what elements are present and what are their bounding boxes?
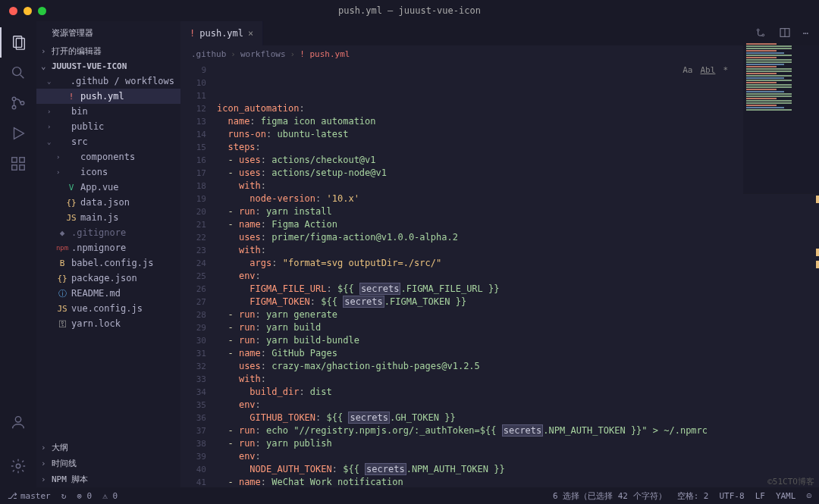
- titlebar: push.yml — juuust-vue-icon: [0, 0, 819, 21]
- tab-close-icon[interactable]: ×: [248, 28, 253, 39]
- file-type-icon: {}: [65, 198, 77, 208]
- encoding-info[interactable]: UTF-8: [720, 491, 745, 501]
- tree-item-label: components: [80, 152, 135, 162]
- chevron-icon: ›: [47, 123, 55, 130]
- open-editors-section[interactable]: ›打开的编辑器: [36, 43, 180, 59]
- timeline-label: 时间线: [52, 458, 77, 469]
- extensions-icon[interactable]: [0, 149, 36, 179]
- folder-item[interactable]: ⌄src: [36, 134, 180, 149]
- file-item[interactable]: JSvue.config.js: [36, 301, 180, 316]
- breadcrumbs[interactable]: .github› workflows› ! push.yml: [180, 45, 819, 62]
- search-icon[interactable]: [0, 58, 36, 88]
- file-item[interactable]: Bbabel.config.js: [36, 255, 180, 271]
- tree-item-label: vue.config.js: [71, 303, 143, 314]
- file-item[interactable]: {}package.json: [36, 271, 180, 286]
- breadcrumb-item[interactable]: ! push.yml: [300, 49, 350, 59]
- svg-point-4: [12, 97, 16, 101]
- file-item[interactable]: npm.npmignore: [36, 240, 180, 255]
- tree-item-label: src: [71, 136, 88, 147]
- activity-bar: [0, 21, 36, 487]
- overview-marker: [816, 196, 819, 203]
- tree-item-label: README.md: [71, 288, 121, 299]
- chevron-icon: ›: [47, 108, 55, 115]
- language-mode[interactable]: YAML: [776, 491, 796, 501]
- more-actions-icon[interactable]: ⋯: [803, 28, 808, 39]
- sidebar-title: 资源管理器: [36, 21, 180, 43]
- timeline-section[interactable]: ›时间线: [36, 455, 180, 471]
- tree-item-label: .github / workflows: [71, 76, 174, 86]
- tree-item-label: data.json: [80, 197, 130, 208]
- file-item[interactable]: {}data.json: [36, 195, 180, 210]
- tabs-bar: ! push.yml × ⋯: [180, 21, 819, 45]
- close-window-button[interactable]: [9, 7, 17, 15]
- tree-item-label: public: [71, 121, 104, 132]
- file-item[interactable]: JSmain.js: [36, 210, 180, 225]
- errors-count[interactable]: ⊗ 0: [77, 491, 92, 501]
- file-item[interactable]: ⚿yarn.lock: [36, 316, 180, 331]
- tree-item-label: package.json: [71, 273, 137, 283]
- tab-push-yml[interactable]: ! push.yml ×: [180, 21, 263, 45]
- editor-body[interactable]: 9101112131415161718192021222324252627282…: [180, 62, 819, 487]
- main-layout: 资源管理器 ›打开的编辑器 ⌄JUUUST-VUE-ICON ⌄.github …: [0, 21, 819, 487]
- breadcrumb-item[interactable]: .github: [191, 49, 226, 59]
- eol-info[interactable]: LF: [755, 491, 765, 501]
- editor-area: ! push.yml × ⋯ .github› workflows› ! pus…: [180, 21, 819, 487]
- settings-gear-icon[interactable]: [0, 451, 36, 481]
- svg-point-6: [20, 102, 24, 105]
- sidebar: 资源管理器 ›打开的编辑器 ⌄JUUUST-VUE-ICON ⌄.github …: [36, 21, 180, 487]
- tree-item-label: main.js: [80, 212, 119, 223]
- tree-item-label: .npmignore: [71, 243, 126, 253]
- feedback-icon[interactable]: ☺: [806, 491, 811, 501]
- tab-label: push.yml: [199, 28, 243, 39]
- git-branch[interactable]: ⎇master: [8, 491, 51, 501]
- explorer-icon[interactable]: [0, 27, 36, 58]
- breadcrumb-item[interactable]: workflows: [240, 49, 286, 59]
- folder-item[interactable]: ›public: [36, 119, 180, 134]
- regex-toggle[interactable]: *: [723, 64, 728, 77]
- file-item[interactable]: VApp.vue: [36, 180, 180, 195]
- project-section[interactable]: ⌄JUUUST-VUE-ICON: [36, 59, 180, 74]
- maximize-window-button[interactable]: [38, 7, 46, 15]
- compare-changes-icon[interactable]: [755, 27, 767, 41]
- file-type-icon: npm: [56, 244, 68, 252]
- source-control-icon[interactable]: [0, 88, 36, 118]
- svg-rect-9: [20, 158, 24, 162]
- open-editors-label: 打开的编辑器: [52, 45, 102, 57]
- whole-word-toggle[interactable]: Abl: [701, 64, 716, 77]
- account-icon[interactable]: [0, 407, 36, 437]
- folder-item[interactable]: ›bin: [36, 104, 180, 119]
- svg-point-2: [13, 67, 21, 76]
- outline-section[interactable]: ›大纲: [36, 440, 180, 455]
- file-type-icon: ⓘ: [56, 288, 68, 299]
- file-item[interactable]: ⓘREADME.md: [36, 286, 180, 301]
- folder-item[interactable]: ›icons: [36, 164, 180, 180]
- svg-line-3: [20, 75, 24, 79]
- debug-icon[interactable]: [0, 118, 36, 149]
- project-label: JUUUST-VUE-ICON: [52, 61, 127, 71]
- selection-info[interactable]: 6 选择（已选择 42 个字符）: [553, 490, 667, 502]
- split-editor-icon[interactable]: [779, 27, 791, 41]
- match-case-toggle[interactable]: Aa: [682, 64, 692, 77]
- folder-item[interactable]: ›components: [36, 149, 180, 164]
- find-widget[interactable]: Aa Abl *: [682, 64, 728, 77]
- svg-rect-11: [20, 165, 24, 170]
- chevron-icon: ⌄: [47, 138, 55, 146]
- minimize-window-button[interactable]: [24, 7, 32, 15]
- line-gutter: 9101112131415161718192021222324252627282…: [180, 62, 217, 487]
- file-item[interactable]: !push.yml: [36, 89, 180, 104]
- file-item[interactable]: ◆.gitignore: [36, 225, 180, 240]
- sync-button[interactable]: ↻: [61, 491, 67, 501]
- tree-item-label: babel.config.js: [71, 258, 153, 268]
- indent-info[interactable]: 空格: 2: [677, 490, 709, 502]
- svg-point-14: [757, 29, 759, 31]
- minimap[interactable]: [743, 42, 819, 194]
- warnings-count[interactable]: ⚠ 0: [102, 491, 118, 501]
- folder-item[interactable]: ⌄.github / workflows: [36, 74, 180, 89]
- file-type-icon: ◆: [56, 228, 68, 238]
- code-content[interactable]: Aa Abl * icon_automation: name: figma ic…: [217, 62, 819, 487]
- npm-scripts-section[interactable]: ›NPM 脚本: [36, 471, 180, 487]
- file-type-icon: {}: [56, 274, 68, 283]
- tree-item-label: bin: [71, 106, 88, 117]
- chevron-icon: ›: [56, 168, 64, 176]
- tree-item-label: icons: [80, 167, 108, 177]
